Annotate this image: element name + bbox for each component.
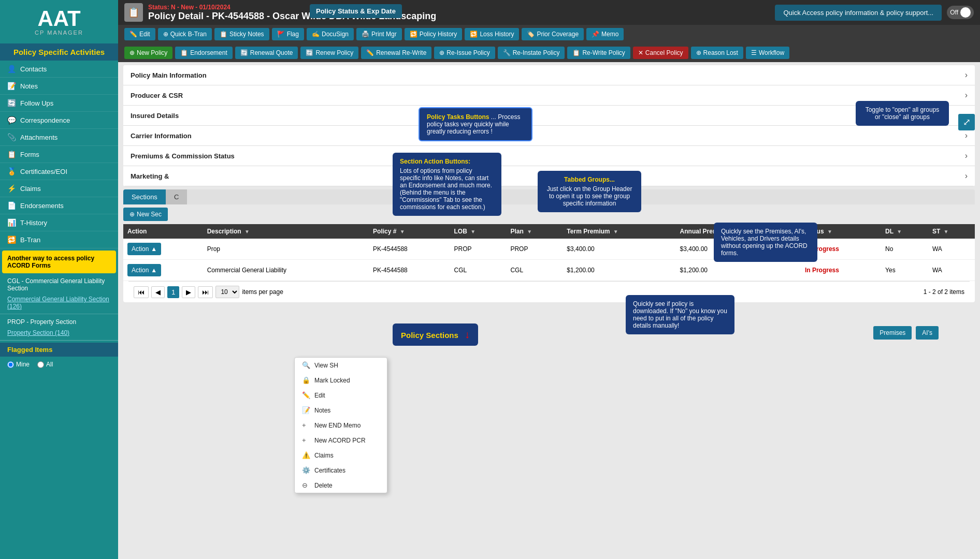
plus-icon-2: +	[302, 436, 310, 444]
claims-icon: ⚡	[7, 184, 16, 193]
print-mgr-button[interactable]: 🖨️ Print Mgr	[356, 28, 402, 40]
warning-icon: ⚠️	[302, 451, 310, 459]
mine-radio[interactable]	[7, 361, 14, 368]
tab-c[interactable]: C	[166, 189, 187, 204]
flag-button[interactable]: 🚩 Flag	[272, 28, 304, 40]
forms-icon: 📋	[7, 150, 16, 158]
filter-icon-desc[interactable]: ▼	[244, 229, 250, 234]
prop-section[interactable]: PROP - Property Section	[0, 316, 118, 328]
menu-claims[interactable]: ⚠️ Claims	[295, 448, 387, 463]
acord-forms-label[interactable]: Another way to access policy ACORD Forms	[2, 251, 116, 273]
sidebar-item-btran[interactable]: 🔁 B-Tran	[0, 231, 118, 248]
sidebar-item-endorsements[interactable]: 📄 Endorsements	[0, 197, 118, 214]
page-prev-button[interactable]: ◀	[151, 286, 165, 298]
dropdown-arrow-1: ▲	[151, 245, 157, 253]
renewal-quote-button[interactable]: 🔄 Renewal Quote	[235, 47, 298, 59]
quick-btran-button[interactable]: ⊕ Quick B-Tran	[158, 28, 212, 40]
prop-section-link[interactable]: Property Section (140)	[0, 328, 118, 338]
tab-sections[interactable]: Sections	[123, 189, 166, 204]
sidebar-title: Policy Specific Activities	[0, 43, 118, 61]
sidebar-logo: AAT CP MANAGER	[0, 0, 118, 43]
row2-lob: CGL	[450, 260, 507, 281]
sidebar: AAT CP MANAGER Policy Specific Activitie…	[0, 0, 118, 559]
filter-icon-lob[interactable]: ▼	[470, 229, 475, 234]
menu-notes[interactable]: 📝 Notes	[295, 403, 387, 418]
action-dropdown-2[interactable]: Action ▲	[127, 264, 161, 276]
section-arrow-1: ›	[965, 91, 968, 100]
section-carrier-info[interactable]: Carrier Information ›	[123, 126, 975, 146]
per-page-select[interactable]: 10 25 50	[215, 286, 239, 298]
workflow-button[interactable]: ☰ Workflow	[746, 47, 789, 59]
row1-term-premium: $3,400.00	[563, 239, 675, 260]
sidebar-item-followups[interactable]: 🔄 Follow Ups	[0, 95, 118, 112]
section-premiums[interactable]: Premiums & Commission Status ›	[123, 146, 975, 166]
rewrite-policy-button[interactable]: 📋 Re-Write Policy	[567, 47, 630, 59]
acord-cgl[interactable]: CGL - Commercial General Liability Secti…	[0, 275, 118, 294]
menu-delete[interactable]: ⊖ Delete	[295, 478, 387, 493]
menu-mark-locked[interactable]: 🔒 Mark Locked	[295, 373, 387, 388]
policy-history-button[interactable]: 🔁 Policy History	[405, 28, 463, 40]
filter-icon-term[interactable]: ▼	[613, 229, 618, 234]
section-producer-csr[interactable]: Producer & CSR ›	[123, 85, 975, 106]
acord-cgl-link[interactable]: Commercial General Liability Section (12…	[0, 294, 118, 312]
sidebar-item-contacts[interactable]: 👤 Contacts	[0, 61, 118, 78]
sidebar-item-notes[interactable]: 📝 Notes	[0, 78, 118, 95]
cancel-policy-button[interactable]: ✕ Cancel Policy	[633, 47, 688, 59]
memo-button[interactable]: 📌 Memo	[586, 28, 624, 40]
menu-view-sh[interactable]: 🔍 View SH	[295, 358, 387, 373]
row1-policy-num: PK-4544588	[369, 239, 450, 260]
sidebar-item-thistory[interactable]: 📊 T-History	[0, 214, 118, 231]
premises-button[interactable]: Premises	[873, 326, 912, 340]
filter-icon-policy[interactable]: ▼	[400, 229, 405, 234]
renew-policy-button[interactable]: 🔄 Renew Policy	[300, 47, 358, 59]
prior-coverage-button[interactable]: 🏷️ Prior Coverage	[522, 28, 584, 40]
ais-button[interactable]: AI's	[916, 326, 939, 340]
endorsement-button[interactable]: 📋 Endorsement	[175, 47, 232, 59]
sidebar-item-certificates[interactable]: 🏅 Certificates/EOI	[0, 163, 118, 180]
all-radio[interactable]	[37, 361, 44, 368]
row1-action: Action ▲	[123, 239, 203, 260]
tabbed-groups-callout: Tabbed Groups... Just click on the Group…	[538, 171, 641, 212]
search-icon: 🔍	[302, 361, 310, 369]
sidebar-item-attachments[interactable]: 📎 Attachments	[0, 129, 118, 146]
action-dropdown-1[interactable]: Action ▲	[127, 243, 161, 255]
action-bar: ⊕ New Policy 📋 Endorsement 🔄 Renewal Quo…	[118, 43, 980, 62]
loss-history-button[interactable]: 🔁 Loss History	[465, 28, 519, 40]
renewal-rewrite-button[interactable]: ✏️ Renewal Re-Write	[361, 47, 431, 59]
sidebar-item-correspondence[interactable]: 💬 Correspondence	[0, 112, 118, 129]
new-section-button[interactable]: ⊕ New Sec	[123, 208, 168, 221]
page-1-button[interactable]: 1	[167, 286, 179, 298]
menu-new-end-memo[interactable]: + New END Memo	[295, 418, 387, 433]
table-row: Action ▲ Prop PK-4544588 PROP PROP $3,40…	[123, 239, 975, 260]
toggle-button[interactable]: Off	[947, 6, 974, 19]
filter-icon-plan[interactable]: ▼	[527, 229, 532, 234]
filter-icon-st[interactable]: ▼	[944, 229, 949, 234]
sidebar-item-forms[interactable]: 📋 Forms	[0, 146, 118, 163]
new-policy-button[interactable]: ⊕ New Policy	[124, 47, 172, 59]
menu-edit[interactable]: ✏️ Edit	[295, 388, 387, 403]
sidebar-item-claims[interactable]: ⚡ Claims	[0, 180, 118, 197]
gear-icon: ⚙️	[302, 466, 310, 474]
page-first-button[interactable]: ⏮	[134, 286, 149, 298]
menu-certificates[interactable]: ⚙️ Certificates	[295, 463, 387, 478]
reason-lost-button[interactable]: ⊕ Reason Lost	[691, 47, 743, 59]
filter-icon-dl[interactable]: ▼	[897, 229, 902, 234]
section-insured-details[interactable]: Insured Details ›	[123, 106, 975, 126]
sticky-notes-button[interactable]: 📋 Sticky Notes	[214, 28, 269, 40]
filter-icon-status[interactable]: ▼	[827, 229, 832, 234]
pagination: ⏮ ◀ 1 ▶ ⏭ 10 25 50 items per page 1 - 2 …	[128, 281, 970, 302]
followups-icon: 🔄	[7, 99, 16, 107]
page-last-button[interactable]: ⏭	[198, 286, 213, 298]
menu-new-acord-pcr[interactable]: + New ACORD PCR	[295, 433, 387, 448]
sections-area: Policy Main Information › Producer & CSR…	[123, 65, 975, 186]
section-policy-main[interactable]: Policy Main Information ›	[123, 65, 975, 85]
quick-access-button[interactable]: Quick Access policy information & policy…	[775, 5, 942, 21]
edit-button[interactable]: ✏️ Edit	[124, 28, 155, 40]
plus-icon: ⊕	[129, 211, 135, 218]
reinstate-policy-button[interactable]: 🔧 Re-Instate Policy	[498, 47, 565, 59]
contacts-icon: 👤	[7, 65, 16, 73]
docusign-button[interactable]: ✍️ DocuSign	[307, 28, 354, 40]
expand-button[interactable]: ⤢	[958, 114, 975, 130]
page-next-button[interactable]: ▶	[182, 286, 195, 298]
reissue-policy-button[interactable]: ⊕ Re-Issue Policy	[434, 47, 495, 59]
